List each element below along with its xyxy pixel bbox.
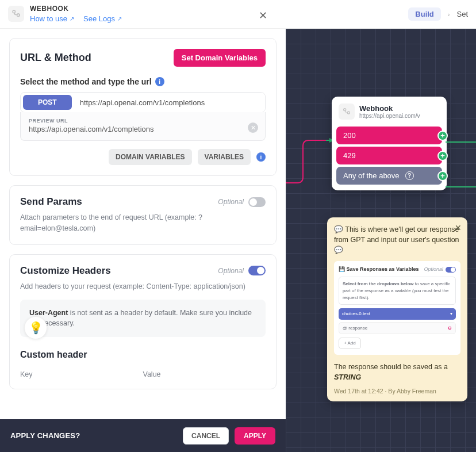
optional-label: Optional bbox=[218, 267, 244, 275]
mini-select: choices.0.text▾ bbox=[339, 308, 456, 320]
help-icon[interactable]: ? bbox=[405, 171, 414, 180]
apply-changes-footer: APPLY CHANGES? CANCEL APPLY bbox=[0, 419, 286, 452]
webhook-icon bbox=[339, 104, 355, 120]
see-logs-link[interactable]: See Logs↗ bbox=[83, 14, 122, 24]
build-tab[interactable]: Build bbox=[408, 7, 441, 21]
domain-variables-chip[interactable]: DOMAIN VARIABLES bbox=[109, 149, 191, 165]
mini-add-button: + Add bbox=[339, 338, 361, 349]
apply-button[interactable]: APPLY bbox=[235, 427, 275, 445]
key-column-header: Key bbox=[20, 370, 143, 378]
send-params-desc: Attach parameters to the end of request … bbox=[20, 212, 266, 234]
customize-headers-toggle[interactable] bbox=[248, 266, 266, 275]
external-link-icon: ↗ bbox=[70, 16, 74, 22]
custom-header-heading: Custom header bbox=[20, 350, 266, 360]
annotation-note[interactable]: ✕ 💬 This is where we'll get our response… bbox=[327, 217, 467, 401]
clear-icon[interactable]: ✕ bbox=[248, 122, 258, 133]
svg-point-4 bbox=[347, 112, 350, 114]
note-text: 💬 This is where we'll get our response f… bbox=[334, 224, 460, 255]
info-icon[interactable]: i bbox=[256, 152, 266, 162]
topbar: WEBHOOK How to use↗ See Logs↗ ✕ Build › … bbox=[0, 0, 476, 29]
variables-chip[interactable]: VARIABLES bbox=[198, 149, 251, 165]
note-meta: Wed 17th at 12:42 · By Abby Freeman bbox=[334, 387, 460, 396]
url-input-row: POST bbox=[20, 92, 266, 113]
delete-icon: ⊖ bbox=[448, 325, 452, 332]
settings-tab[interactable]: Set bbox=[456, 10, 468, 18]
send-params-card: Send Params Optional Attach parameters t… bbox=[9, 185, 277, 245]
webhook-node[interactable]: Webhook https://api.openai.com/v 200 + 4… bbox=[332, 97, 447, 190]
url-input[interactable] bbox=[74, 93, 265, 112]
preview-url-box: PREVIEW URL https://api.openai.com/v1/co… bbox=[20, 112, 266, 141]
field-label: Select the method and type the url i bbox=[20, 77, 266, 86]
info-icon[interactable]: i bbox=[155, 77, 164, 86]
url-method-title: URL & Method bbox=[20, 52, 91, 64]
note-footer-text: The response should be saved as a STRING bbox=[334, 362, 460, 382]
cancel-button[interactable]: CANCEL bbox=[183, 427, 229, 445]
left-panel: URL & Method Set Domain Variables Select… bbox=[0, 29, 286, 419]
lightbulb-icon: 💡 bbox=[24, 316, 47, 339]
customize-headers-card: Customize Headers Optional Add headers t… bbox=[9, 254, 277, 389]
svg-point-3 bbox=[344, 109, 346, 111]
add-connection-icon[interactable]: + bbox=[437, 151, 448, 161]
url-method-card: URL & Method Set Domain Variables Select… bbox=[9, 38, 277, 176]
customize-headers-title: Customize Headers bbox=[20, 265, 111, 277]
node-subtitle: https://api.openai.com/v bbox=[359, 113, 420, 119]
webhook-icon bbox=[8, 6, 24, 22]
footer-title: APPLY CHANGES? bbox=[10, 431, 80, 440]
send-params-toggle[interactable] bbox=[248, 197, 266, 207]
svg-point-0 bbox=[13, 10, 16, 13]
chevron-right-icon: › bbox=[448, 11, 450, 18]
svg-point-1 bbox=[17, 14, 20, 17]
node-title: Webhook bbox=[359, 104, 420, 113]
add-connection-icon[interactable]: + bbox=[437, 131, 448, 141]
node-output-any[interactable]: Any of the above ? + bbox=[336, 167, 442, 185]
http-method-selector[interactable]: POST bbox=[23, 95, 72, 110]
header-notice: User-Agent is not sent as a header by de… bbox=[20, 300, 266, 336]
close-icon[interactable]: ✕ bbox=[259, 9, 267, 22]
note-screenshot: 💾 Save Responses as Variables Optional S… bbox=[334, 261, 460, 355]
value-column-header: Value bbox=[143, 370, 266, 378]
customize-headers-desc: Add headers to your request (example: Co… bbox=[20, 281, 266, 292]
preview-label: PREVIEW URL bbox=[29, 118, 257, 124]
panel-title: WEBHOOK bbox=[30, 5, 122, 13]
node-output-429[interactable]: 429 + bbox=[336, 147, 442, 164]
send-params-title: Send Params bbox=[20, 196, 82, 208]
node-output-200[interactable]: 200 + bbox=[336, 127, 442, 144]
external-link-icon: ↗ bbox=[117, 16, 122, 22]
flow-canvas[interactable]: Webhook https://api.openai.com/v 200 + 4… bbox=[286, 29, 476, 452]
mini-hint: Select from the dropdown below to save a… bbox=[339, 277, 456, 305]
close-icon[interactable]: ✕ bbox=[455, 222, 462, 233]
mini-row: @ response⊖ bbox=[339, 322, 456, 335]
optional-label: Optional bbox=[218, 198, 244, 206]
mini-toggle-icon bbox=[446, 267, 456, 273]
how-to-use-link[interactable]: How to use↗ bbox=[30, 14, 74, 24]
preview-url: https://api.openai.com/v1/completions bbox=[29, 125, 257, 133]
set-domain-variables-button[interactable]: Set Domain Variables bbox=[174, 49, 266, 67]
add-connection-icon[interactable]: + bbox=[437, 171, 448, 181]
